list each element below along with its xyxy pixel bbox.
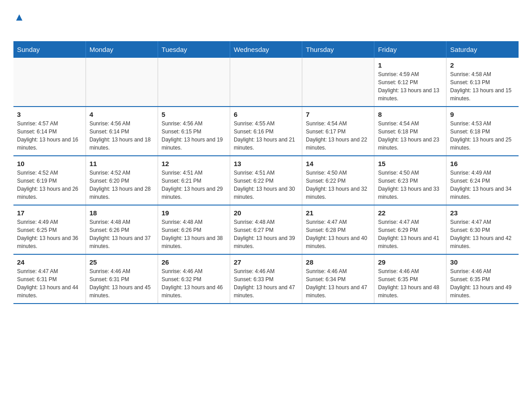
day-info: Sunrise: 4:51 AM Sunset: 6:22 PM Dayligh… <box>234 169 298 201</box>
day-number: 4 <box>90 111 154 118</box>
day-info: Sunrise: 4:46 AM Sunset: 6:33 PM Dayligh… <box>234 267 298 300</box>
day-number: 3 <box>17 111 82 118</box>
day-number: 30 <box>450 258 515 266</box>
day-info: Sunrise: 4:46 AM Sunset: 6:31 PM Dayligh… <box>90 267 154 300</box>
calendar-cell: 12Sunrise: 4:51 AM Sunset: 6:21 PM Dayli… <box>158 156 230 205</box>
day-info: Sunrise: 4:48 AM Sunset: 6:27 PM Dayligh… <box>234 218 298 250</box>
calendar-cell: 19Sunrise: 4:48 AM Sunset: 6:26 PM Dayli… <box>158 205 230 254</box>
day-number: 26 <box>162 258 226 266</box>
svg-marker-0 <box>16 14 22 21</box>
day-number: 2 <box>450 61 515 69</box>
day-info: Sunrise: 4:48 AM Sunset: 6:26 PM Dayligh… <box>90 218 154 250</box>
day-info: Sunrise: 4:46 AM Sunset: 6:35 PM Dayligh… <box>378 267 442 300</box>
day-info: Sunrise: 4:49 AM Sunset: 6:24 PM Dayligh… <box>450 169 515 201</box>
calendar-cell: 2Sunrise: 4:58 AM Sunset: 6:13 PM Daylig… <box>446 58 519 107</box>
day-number: 7 <box>306 111 370 118</box>
day-number: 28 <box>306 258 370 266</box>
calendar-cell: 18Sunrise: 4:48 AM Sunset: 6:26 PM Dayli… <box>86 205 158 254</box>
calendar-cell: 23Sunrise: 4:47 AM Sunset: 6:30 PM Dayli… <box>446 205 519 254</box>
calendar-table: Sunday Monday Tuesday Wednesday Thursday… <box>13 41 519 304</box>
day-number: 25 <box>90 258 154 266</box>
day-info: Sunrise: 4:46 AM Sunset: 6:35 PM Dayligh… <box>450 267 515 300</box>
day-info: Sunrise: 4:50 AM Sunset: 6:22 PM Dayligh… <box>306 169 370 201</box>
calendar-cell: 8Sunrise: 4:54 AM Sunset: 6:18 PM Daylig… <box>374 107 446 156</box>
header-friday: Friday <box>374 41 446 58</box>
day-number: 24 <box>17 258 82 266</box>
calendar-cell: 7Sunrise: 4:54 AM Sunset: 6:17 PM Daylig… <box>302 107 374 156</box>
calendar-body: 1Sunrise: 4:59 AM Sunset: 6:12 PM Daylig… <box>13 58 519 304</box>
calendar-cell: 4Sunrise: 4:56 AM Sunset: 6:14 PM Daylig… <box>86 107 158 156</box>
logo-triangle-icon <box>14 13 24 22</box>
calendar-cell: 30Sunrise: 4:46 AM Sunset: 6:35 PM Dayli… <box>446 254 519 304</box>
day-info: Sunrise: 4:49 AM Sunset: 6:25 PM Dayligh… <box>17 218 82 250</box>
day-info: Sunrise: 4:53 AM Sunset: 6:18 PM Dayligh… <box>450 120 515 152</box>
calendar-cell: 6Sunrise: 4:55 AM Sunset: 6:16 PM Daylig… <box>230 107 302 156</box>
logo <box>13 13 24 33</box>
day-info: Sunrise: 4:51 AM Sunset: 6:21 PM Dayligh… <box>162 169 226 201</box>
day-info: Sunrise: 4:52 AM Sunset: 6:20 PM Dayligh… <box>90 169 154 201</box>
calendar-cell: 13Sunrise: 4:51 AM Sunset: 6:22 PM Dayli… <box>230 156 302 205</box>
calendar-cell: 26Sunrise: 4:46 AM Sunset: 6:32 PM Dayli… <box>158 254 230 304</box>
header-monday: Monday <box>86 41 158 58</box>
calendar-cell: 27Sunrise: 4:46 AM Sunset: 6:33 PM Dayli… <box>230 254 302 304</box>
page-header <box>13 9 519 33</box>
calendar-cell: 21Sunrise: 4:47 AM Sunset: 6:28 PM Dayli… <box>302 205 374 254</box>
calendar-cell <box>230 58 302 107</box>
day-number: 10 <box>17 160 82 167</box>
calendar-header: Sunday Monday Tuesday Wednesday Thursday… <box>13 41 519 58</box>
header-thursday: Thursday <box>302 41 374 58</box>
calendar-cell: 25Sunrise: 4:46 AM Sunset: 6:31 PM Dayli… <box>86 254 158 304</box>
day-info: Sunrise: 4:46 AM Sunset: 6:32 PM Dayligh… <box>162 267 226 300</box>
day-number: 27 <box>234 258 298 266</box>
day-number: 15 <box>378 160 442 167</box>
calendar-cell: 28Sunrise: 4:46 AM Sunset: 6:34 PM Dayli… <box>302 254 374 304</box>
calendar-cell <box>13 58 86 107</box>
day-info: Sunrise: 4:52 AM Sunset: 6:19 PM Dayligh… <box>17 169 82 201</box>
calendar-cell <box>302 58 374 107</box>
day-number: 9 <box>450 111 515 118</box>
calendar-cell: 14Sunrise: 4:50 AM Sunset: 6:22 PM Dayli… <box>302 156 374 205</box>
header-wednesday: Wednesday <box>230 41 302 58</box>
calendar-cell <box>158 58 230 107</box>
calendar-cell: 17Sunrise: 4:49 AM Sunset: 6:25 PM Dayli… <box>13 205 86 254</box>
header-sunday: Sunday <box>13 41 86 58</box>
day-number: 22 <box>378 209 442 217</box>
calendar-cell <box>86 58 158 107</box>
calendar-cell: 1Sunrise: 4:59 AM Sunset: 6:12 PM Daylig… <box>374 58 446 107</box>
day-number: 20 <box>234 209 298 217</box>
day-number: 16 <box>450 160 515 167</box>
day-number: 17 <box>17 209 82 217</box>
calendar-cell: 16Sunrise: 4:49 AM Sunset: 6:24 PM Dayli… <box>446 156 519 205</box>
day-number: 21 <box>306 209 370 217</box>
calendar-cell: 22Sunrise: 4:47 AM Sunset: 6:29 PM Dayli… <box>374 205 446 254</box>
day-info: Sunrise: 4:59 AM Sunset: 6:12 PM Dayligh… <box>378 70 442 103</box>
day-info: Sunrise: 4:56 AM Sunset: 6:14 PM Dayligh… <box>90 120 154 152</box>
day-info: Sunrise: 4:47 AM Sunset: 6:29 PM Dayligh… <box>378 218 442 250</box>
day-info: Sunrise: 4:58 AM Sunset: 6:13 PM Dayligh… <box>450 70 515 103</box>
day-info: Sunrise: 4:54 AM Sunset: 6:17 PM Dayligh… <box>306 120 370 152</box>
calendar-cell: 20Sunrise: 4:48 AM Sunset: 6:27 PM Dayli… <box>230 205 302 254</box>
day-info: Sunrise: 4:48 AM Sunset: 6:26 PM Dayligh… <box>162 218 226 250</box>
header-saturday: Saturday <box>446 41 519 58</box>
day-number: 11 <box>90 160 154 167</box>
header-tuesday: Tuesday <box>158 41 230 58</box>
calendar-cell: 15Sunrise: 4:50 AM Sunset: 6:23 PM Dayli… <box>374 156 446 205</box>
day-number: 18 <box>90 209 154 217</box>
day-number: 13 <box>234 160 298 167</box>
day-number: 6 <box>234 111 298 118</box>
calendar-cell: 10Sunrise: 4:52 AM Sunset: 6:19 PM Dayli… <box>13 156 86 205</box>
day-info: Sunrise: 4:50 AM Sunset: 6:23 PM Dayligh… <box>378 169 442 201</box>
day-info: Sunrise: 4:47 AM Sunset: 6:28 PM Dayligh… <box>306 218 370 250</box>
day-info: Sunrise: 4:54 AM Sunset: 6:18 PM Dayligh… <box>378 120 442 152</box>
calendar-cell: 24Sunrise: 4:47 AM Sunset: 6:31 PM Dayli… <box>13 254 86 304</box>
day-number: 1 <box>378 61 442 69</box>
day-info: Sunrise: 4:57 AM Sunset: 6:14 PM Dayligh… <box>17 120 82 152</box>
day-info: Sunrise: 4:47 AM Sunset: 6:31 PM Dayligh… <box>17 267 82 300</box>
day-number: 29 <box>378 258 442 266</box>
day-number: 12 <box>162 160 226 167</box>
day-number: 19 <box>162 209 226 217</box>
calendar-cell: 29Sunrise: 4:46 AM Sunset: 6:35 PM Dayli… <box>374 254 446 304</box>
day-number: 8 <box>378 111 442 118</box>
day-number: 14 <box>306 160 370 167</box>
day-info: Sunrise: 4:56 AM Sunset: 6:15 PM Dayligh… <box>162 120 226 152</box>
